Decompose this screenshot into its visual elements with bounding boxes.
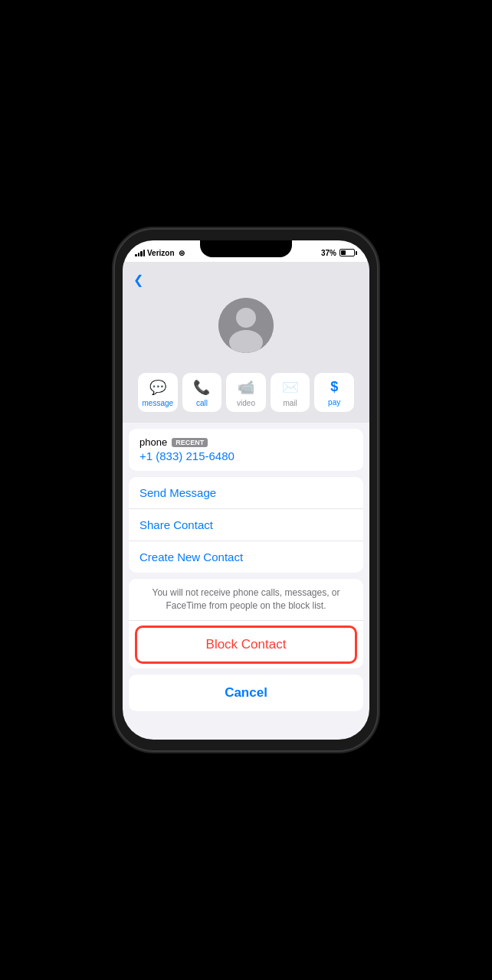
- cancel-button[interactable]: Cancel: [129, 675, 363, 711]
- message-icon: 💬: [149, 379, 166, 396]
- pay-icon: $: [330, 379, 338, 395]
- phone-info-section: phone RECENT +1 (833) 215-6480: [129, 429, 363, 471]
- phone-info: phone RECENT +1 (833) 215-6480: [129, 429, 363, 471]
- actions-row: 💬 message 📞 call 📹 video ✉️ mail: [133, 365, 359, 423]
- back-button[interactable]: ❮: [133, 270, 143, 290]
- video-label: video: [237, 399, 255, 407]
- video-icon: 📹: [238, 379, 254, 396]
- status-right: 37%: [321, 249, 357, 257]
- mail-icon: ✉️: [282, 379, 299, 396]
- cancel-section: Cancel: [129, 675, 363, 711]
- avatar-icon: [218, 298, 274, 353]
- phone-label-row: phone RECENT: [139, 436, 353, 448]
- contact-card-bg: ❮ 💬 message: [123, 262, 369, 423]
- signal-icon: [135, 249, 145, 256]
- pay-button[interactable]: $ pay: [314, 373, 354, 412]
- battery-percent: 37%: [321, 249, 336, 257]
- call-button[interactable]: 📞 call: [182, 373, 222, 412]
- recent-badge: RECENT: [172, 438, 208, 447]
- status-left: Verizon ⊜: [135, 249, 185, 257]
- share-contact-button[interactable]: Share Contact: [129, 509, 363, 541]
- call-label: call: [196, 399, 208, 407]
- avatar: [218, 298, 274, 353]
- create-new-contact-button[interactable]: Create New Contact: [129, 541, 363, 573]
- notch: [200, 240, 292, 257]
- send-message-button[interactable]: Send Message: [129, 477, 363, 509]
- block-btn-wrapper: Block Contact: [129, 621, 363, 668]
- phone-screen: Verizon ⊜ 10:30 AM 37% ❮: [123, 240, 369, 740]
- mail-button[interactable]: ✉️ mail: [271, 373, 310, 412]
- pay-label: pay: [328, 398, 340, 407]
- phone-label: phone: [139, 436, 167, 448]
- avatar-container: [133, 290, 359, 365]
- message-label: message: [143, 399, 174, 407]
- battery-icon: [339, 249, 357, 256]
- wifi-icon: ⊜: [179, 249, 185, 257]
- content-pad: phone RECENT +1 (833) 215-6480 Send Mess…: [123, 429, 369, 711]
- phone-device: Verizon ⊜ 10:30 AM 37% ❮: [115, 230, 377, 750]
- phone-number[interactable]: +1 (833) 215-6480: [139, 449, 235, 462]
- mail-label: mail: [283, 399, 297, 407]
- svg-point-1: [236, 308, 256, 328]
- video-button[interactable]: 📹 video: [226, 373, 266, 412]
- action-list: Send Message Share Contact Create New Co…: [129, 477, 363, 573]
- screen-content: ❮ 💬 message: [123, 262, 369, 740]
- block-section: You will not receive phone calls, messag…: [129, 579, 363, 668]
- call-icon: 📞: [193, 379, 210, 396]
- block-warning-text: You will not receive phone calls, messag…: [129, 579, 363, 621]
- block-contact-button[interactable]: Block Contact: [135, 626, 357, 664]
- message-button[interactable]: 💬 message: [138, 373, 178, 412]
- carrier-label: Verizon: [147, 249, 175, 257]
